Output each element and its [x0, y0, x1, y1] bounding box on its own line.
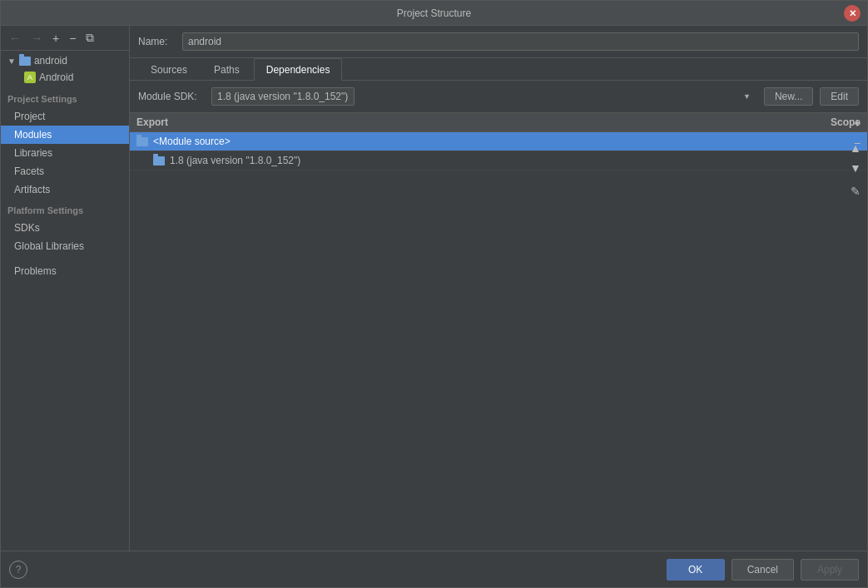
table-row[interactable]: <Module source>: [130, 132, 867, 151]
project-structure-dialog: Project Structure ✕ ← → + − ⧉ ▼ android: [0, 0, 868, 588]
tabs-bar: Sources Paths Dependencies: [130, 58, 867, 81]
module-tree: ▼ android A Android: [1, 51, 129, 87]
column-export: Export: [130, 113, 801, 131]
sdk-row-icon: [153, 156, 165, 166]
add-module-button[interactable]: +: [49, 30, 62, 47]
sidebar-item-problems[interactable]: Problems: [1, 262, 129, 280]
forward-button[interactable]: →: [27, 30, 46, 47]
edit-dependency-button[interactable]: ✎: [846, 181, 866, 201]
move-down-button[interactable]: ▼: [846, 158, 866, 178]
sidebar-item-modules[interactable]: Modules: [1, 126, 129, 144]
sidebar-item-project[interactable]: Project: [1, 107, 129, 126]
module-source-icon: [136, 137, 148, 146]
sdk-edit-button[interactable]: Edit: [820, 87, 859, 106]
apply-button[interactable]: Apply: [801, 559, 859, 581]
tab-sources[interactable]: Sources: [138, 58, 200, 81]
sdk-row-label: 1.8 (java version "1.8.0_152"): [170, 155, 861, 166]
title-bar: Project Structure ✕: [1, 1, 867, 26]
close-button[interactable]: ✕: [844, 5, 861, 22]
tree-item-android-child-label: Android: [39, 72, 73, 83]
back-button[interactable]: ←: [6, 30, 24, 47]
sdk-select-wrapper: 1.8 (java version "1.8.0_152"): [211, 87, 757, 106]
folder-icon: [19, 57, 31, 66]
dependencies-table-area: Export Scope + − <Module source>: [130, 113, 867, 551]
expand-icon: ▼: [7, 57, 16, 66]
sidebar-item-libraries[interactable]: Libraries: [1, 144, 129, 162]
help-button[interactable]: ?: [9, 561, 27, 579]
table-body: <Module source> 1.8 (java version "1.8.0…: [130, 132, 867, 551]
sidebar-item-artifacts[interactable]: Artifacts: [1, 180, 129, 199]
tab-dependencies[interactable]: Dependencies: [254, 58, 343, 81]
sidebar-item-sdks[interactable]: SDKs: [1, 219, 129, 237]
main-content: ← → + − ⧉ ▼ android A Android Project: [1, 26, 867, 551]
name-input[interactable]: [182, 32, 859, 51]
right-panel: Name: Sources Paths Dependencies Module …: [130, 26, 867, 551]
scroll-controls: ▲ ▼ ✎: [844, 136, 867, 203]
remove-module-button[interactable]: −: [66, 30, 79, 47]
android-platform-icon: A: [24, 72, 36, 83]
module-source-label: <Module source>: [153, 136, 861, 147]
sdk-select[interactable]: 1.8 (java version "1.8.0_152"): [211, 87, 355, 106]
platform-settings-section: Platform Settings: [1, 199, 129, 219]
name-label: Name:: [138, 36, 176, 47]
sidebar-item-facets[interactable]: Facets: [1, 162, 129, 180]
sdk-new-button[interactable]: New...: [764, 87, 813, 106]
sidebar-nav-bar: ← → + − ⧉: [1, 26, 129, 51]
tree-item-android-label: android: [34, 55, 67, 67]
project-settings-section: Project Settings: [1, 87, 129, 107]
sidebar-item-global-libraries[interactable]: Global Libraries: [1, 237, 129, 255]
table-header: Export Scope + −: [130, 113, 867, 132]
tree-item-android-child[interactable]: A Android: [1, 69, 129, 86]
move-up-button[interactable]: ▲: [846, 138, 866, 158]
add-dependency-button[interactable]: +: [847, 113, 867, 133]
dialog-title: Project Structure: [397, 7, 471, 19]
cancel-button[interactable]: Cancel: [732, 559, 794, 581]
sidebar: ← → + − ⧉ ▼ android A Android Project: [1, 26, 130, 551]
sdk-label: Module SDK:: [138, 91, 205, 102]
tab-paths[interactable]: Paths: [201, 58, 252, 81]
table-row-child[interactable]: 1.8 (java version "1.8.0_152"): [130, 151, 867, 170]
ok-button[interactable]: OK: [667, 559, 725, 581]
bottom-bar: ? OK Cancel Apply: [1, 551, 867, 587]
tree-item-android[interactable]: ▼ android: [1, 52, 129, 69]
copy-module-button[interactable]: ⧉: [82, 29, 97, 47]
name-bar: Name:: [130, 26, 867, 58]
sdk-row: Module SDK: 1.8 (java version "1.8.0_152…: [130, 81, 867, 113]
